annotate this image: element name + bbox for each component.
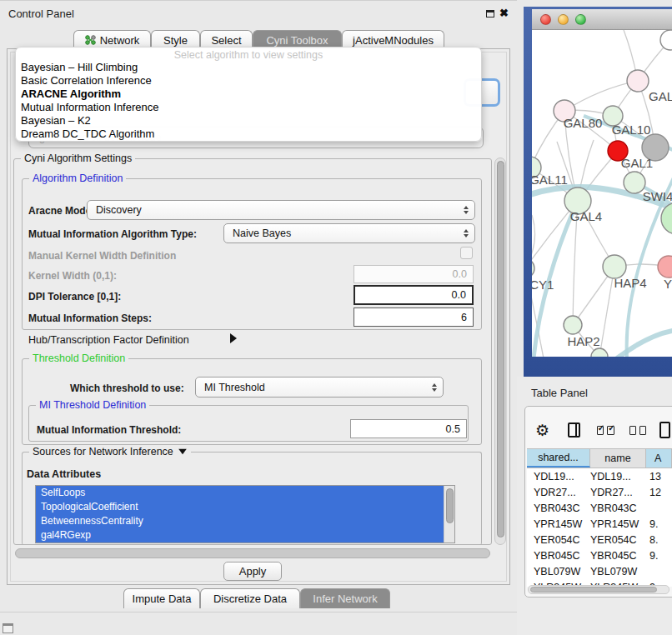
tab-label: Cyni Toolbox [266,34,328,47]
table-row[interactable]: YBR045CYBR045C9. [527,548,672,563]
dpi-tolerance-field[interactable]: 0.0 [354,285,474,305]
aracne-mode-value: Discovery [96,204,142,216]
network-node[interactable] [532,258,534,278]
attribute-list-item[interactable]: gal4RGexp [36,528,444,542]
tab-label: Network [100,34,140,47]
table-cell[interactable]: 13 [646,471,672,482]
document-icon[interactable] [659,422,670,438]
zoom-traffic-light-icon[interactable] [575,14,586,25]
dropdown-item[interactable]: ARACNE Algorithm [16,88,481,101]
table-cell[interactable]: YPR145W [527,518,590,530]
dropdown-item[interactable]: Bayesian – K2 [16,114,481,128]
table-cell[interactable]: 8. [646,534,672,546]
network-canvas[interactable]: GALGAL80GAL10GAL1GAL11SWI4GAL4GCY1HAP4YH… [532,30,672,357]
table-cell[interactable]: YER054C [527,534,590,546]
mi-threshold-label: Mutual Information Threshold: [37,424,181,436]
dropdown-item[interactable]: Dream8 DC_TDC Algorithm [16,128,481,141]
aracne-mode-combo[interactable]: Discovery [87,200,475,220]
which-threshold-combo[interactable]: MI Threshold [195,377,444,398]
column-view-icon[interactable] [568,422,580,438]
manual-kernel-checkbox[interactable] [460,247,473,259]
table-cell[interactable]: YBR045C [527,550,590,562]
tab-impute-data[interactable]: Impute Data [123,588,200,608]
table-cell[interactable]: YER054C [590,534,646,546]
expand-arrow-icon[interactable] [230,333,237,343]
table-header-row: shared... name A [527,448,672,468]
dropdown-item[interactable]: Bayesian – Hill Climbing [16,61,481,74]
tab-discretize-data[interactable]: Discretize Data [200,588,300,608]
tab-infer-network[interactable]: Infer Network [300,588,390,608]
table-cell[interactable]: YBR043C [590,502,646,514]
table-cell[interactable]: 9. [646,518,672,530]
table-cell[interactable]: YDR27... [590,487,646,498]
node-table[interactable]: shared... name A YDL19...YDL19...13YDR27… [527,448,672,587]
network-window-titlebar[interactable] [532,9,672,30]
network-node-label: GCY1 [532,278,554,292]
gear-icon[interactable]: ⚙ [535,421,549,440]
column-header-shared-name[interactable]: shared... [527,449,590,468]
tab-label: Style [163,34,188,47]
scrollbar-thumb[interactable] [446,488,454,523]
settings-horizontal-scrollbar[interactable] [15,548,490,558]
network-node-label: GAL4 [570,209,602,223]
column-header-name[interactable]: name [590,449,646,468]
unchecked-checkbox-icon[interactable] [639,426,646,435]
unchecked-checkbox-icon[interactable] [629,426,636,435]
network-graph[interactable]: GALGAL80GAL10GAL1GAL11SWI4GAL4GCY1HAP4YH… [532,30,672,357]
table-cell[interactable]: 12 [646,487,672,498]
kernel-width-field: 0.0 [354,265,474,283]
network-node[interactable] [658,256,672,278]
table-row[interactable]: YDR27...YDR27...12 [527,484,672,500]
tab-label: Discretize Data [213,592,287,605]
table-cell[interactable]: YPR145W [590,518,646,530]
table-row[interactable]: YDL19...YDL19...13 [527,468,672,484]
table-row[interactable]: YBL079WYBL079W [527,563,672,579]
minimize-traffic-light-icon[interactable] [558,14,569,25]
apply-button[interactable]: Apply [223,562,282,581]
dropdown-item[interactable]: Mutual Information Inference [16,101,481,114]
data-attributes-list[interactable]: SelfLoopsTopologicalCoefficientBetweenne… [35,485,455,543]
mi-steps-field[interactable]: 6 [354,308,474,327]
network-node[interactable] [603,255,626,278]
table-cell[interactable]: YDL19... [527,471,590,482]
network-node[interactable] [564,316,582,334]
attribute-list-item[interactable]: BetweennessCentrality [36,514,444,528]
checked-checkbox-icon[interactable] [607,426,614,435]
dock-panel-icon[interactable] [3,623,13,633]
stepper-arrows-icon [432,383,437,392]
table-cell[interactable]: YBR043C [527,502,590,514]
attribute-list-item[interactable]: SelfLoops [36,486,444,500]
table-cell[interactable]: YDR27... [527,487,590,498]
data-attributes-label: Data Attributes [27,468,101,480]
table-cell[interactable]: YBL079W [527,566,590,578]
settings-vertical-scrollbar[interactable] [494,158,506,545]
attribute-list-item[interactable]: TopologicalCoefficient [36,500,444,514]
table-cell[interactable]: YBR045C [590,550,646,562]
list-scrollbar[interactable] [444,486,454,542]
close-icon[interactable]: ✖ [499,7,509,19]
group-title: Sources for Network Inference [29,446,191,458]
dropdown-item-list: Bayesian – Hill ClimbingBasic Correlatio… [16,61,481,141]
mi-threshold-field[interactable]: 0.5 [350,419,467,438]
dropdown-item[interactable]: Basic Correlation Inference [16,74,481,88]
table-horizontal-scrollbar[interactable] [528,585,669,594]
table-row[interactable]: YER054CYER054C8. [527,532,672,548]
network-node-label: SWI4 [643,189,672,203]
network-node[interactable] [627,70,649,92]
float-window-icon[interactable] [486,10,494,18]
checked-checkbox-icon[interactable] [597,426,604,435]
table-row[interactable]: YPR145WYPR145W9. [527,516,672,532]
table-cell[interactable]: 9. [646,550,672,562]
network-node-label: HAP4 [614,276,646,290]
table-cell[interactable]: YBL079W [590,566,646,578]
table-row[interactable]: YBR043CYBR043C [527,500,672,516]
table-cell[interactable]: YDL19... [590,471,646,482]
collapse-arrow-icon[interactable] [178,449,187,454]
column-header-partial[interactable]: A [646,449,672,468]
mi-type-combo[interactable]: Naive Bayes [223,223,475,243]
close-traffic-light-icon[interactable] [540,14,551,25]
scrollbar-thumb[interactable] [497,161,504,538]
algorithm-dropdown[interactable]: Select algorithm to view settings Bayesi… [15,47,482,142]
network-node[interactable] [660,30,672,50]
scrollbar-thumb[interactable] [530,587,657,592]
